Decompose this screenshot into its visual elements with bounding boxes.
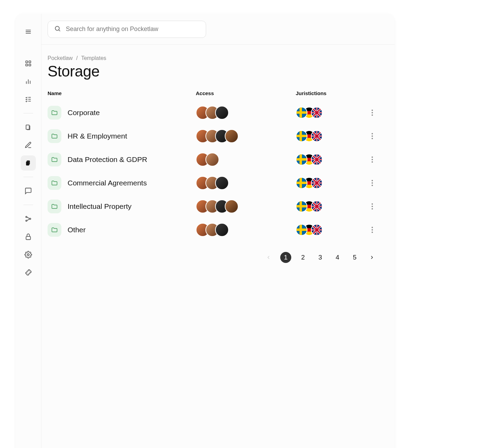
svg-point-17 [26, 216, 27, 218]
access-avatars [196, 153, 296, 166]
folder-name: Other [68, 226, 86, 234]
svg-point-24 [55, 26, 59, 30]
flag-uk [311, 130, 323, 142]
settings-icon[interactable] [21, 247, 36, 262]
table-row[interactable]: Commercial Agreements [48, 171, 381, 195]
folder-icon [48, 223, 61, 237]
svg-rect-13 [26, 125, 29, 130]
table-row[interactable]: Other [48, 218, 381, 242]
svg-rect-6 [29, 64, 31, 66]
analytics-icon[interactable] [21, 74, 36, 89]
jurisdiction-flags [296, 201, 364, 212]
table-row[interactable]: HR & Employment [48, 124, 381, 148]
avatar [215, 223, 229, 237]
folder-name: Commercial Agreements [68, 179, 147, 187]
access-avatars [196, 200, 296, 213]
column-header-access: Access [196, 90, 296, 96]
pagination-next[interactable] [366, 252, 377, 263]
folder-name: HR & Employment [68, 132, 127, 140]
row-menu-button[interactable] [364, 227, 381, 233]
flag-se [296, 154, 307, 165]
table-row[interactable]: Corporate [48, 101, 381, 124]
svg-point-23 [27, 254, 29, 256]
access-avatars [196, 223, 296, 237]
topbar [41, 14, 395, 45]
flag-se [296, 130, 307, 142]
breadcrumb-item[interactable]: Pocketlaw [48, 55, 73, 61]
row-menu-button[interactable] [364, 110, 381, 116]
column-header-name: Name [48, 90, 196, 96]
access-avatars [196, 176, 296, 190]
flag-uk [311, 201, 323, 212]
pagination: 12345 [48, 252, 381, 263]
flag-uk [311, 154, 323, 165]
integrations-icon[interactable] [21, 211, 36, 226]
folder-table: Name Access Juristictions CorporateHR & … [48, 90, 381, 242]
sidebar-divider [23, 177, 33, 177]
jurisdiction-flags [296, 154, 364, 165]
row-menu-button[interactable] [364, 156, 381, 163]
folder-icon [48, 106, 61, 120]
pagination-page[interactable]: 3 [315, 252, 326, 263]
sidebar [16, 14, 41, 448]
avatar [225, 200, 239, 213]
svg-rect-4 [29, 61, 31, 63]
sidebar-divider [23, 113, 33, 113]
flag-uk [311, 224, 323, 236]
pagination-page[interactable]: 2 [297, 252, 308, 263]
search-icon [54, 25, 61, 33]
edit-icon[interactable] [21, 138, 36, 153]
flag-se [296, 201, 307, 212]
dashboard-icon[interactable] [21, 56, 36, 71]
pagination-page[interactable]: 5 [349, 252, 360, 263]
search-input[interactable] [66, 26, 200, 33]
access-avatars [196, 106, 296, 120]
avatar [215, 106, 229, 120]
svg-line-25 [59, 30, 60, 31]
pagination-page[interactable]: 1 [280, 252, 291, 263]
folder-icon [48, 153, 61, 166]
folder-icon [48, 176, 61, 190]
column-header-jurisdictions: Juristictions [296, 90, 364, 96]
breadcrumb-item[interactable]: Templates [81, 55, 106, 61]
svg-rect-5 [26, 64, 28, 66]
jurisdiction-flags [296, 224, 364, 236]
documents-icon[interactable] [21, 120, 36, 135]
jurisdiction-flags [296, 107, 364, 119]
row-menu-button[interactable] [364, 203, 381, 210]
folder-name: Corporate [68, 109, 100, 117]
flag-se [296, 177, 307, 189]
lock-icon[interactable] [21, 229, 36, 244]
menu-toggle-button[interactable] [21, 24, 36, 39]
svg-point-18 [30, 218, 31, 220]
storage-icon[interactable] [21, 155, 36, 171]
flag-uk [311, 177, 323, 189]
row-menu-button[interactable] [364, 133, 381, 139]
svg-rect-3 [26, 61, 28, 63]
tasks-icon[interactable] [21, 92, 36, 107]
folder-icon [48, 200, 61, 213]
extension-icon[interactable] [21, 265, 36, 280]
table-row[interactable]: Data Protection & GDPR [48, 148, 381, 171]
flag-se [296, 224, 307, 236]
access-avatars [196, 129, 296, 143]
flag-uk [311, 107, 323, 119]
sidebar-divider [23, 205, 33, 205]
pagination-page[interactable]: 4 [332, 252, 343, 263]
row-menu-button[interactable] [364, 180, 381, 186]
pagination-prev [263, 252, 274, 263]
comments-icon[interactable] [21, 183, 36, 198]
folder-icon [48, 129, 61, 143]
flag-se [296, 107, 307, 119]
search-box[interactable] [48, 21, 206, 38]
svg-line-20 [27, 217, 29, 218]
avatar [215, 176, 229, 190]
breadcrumb: Pocketlaw / Templates [48, 55, 381, 61]
folder-name: Intellectual Property [68, 202, 132, 211]
table-row[interactable]: Intellectual Property [48, 195, 381, 218]
avatar [205, 153, 219, 166]
jurisdiction-flags [296, 130, 364, 142]
avatar [225, 129, 239, 143]
svg-rect-22 [26, 236, 31, 240]
svg-rect-16 [26, 161, 29, 165]
